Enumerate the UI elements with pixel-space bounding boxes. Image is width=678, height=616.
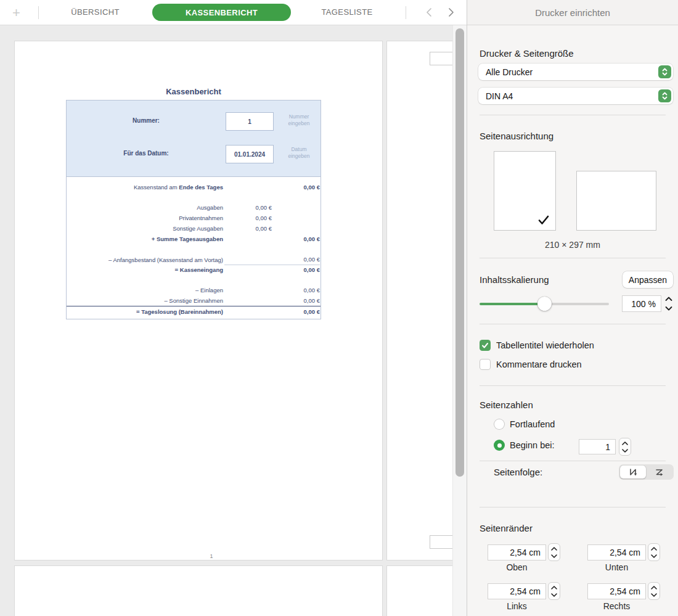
page-order-horizontal-icon	[655, 467, 664, 477]
checkbox[interactable]	[480, 359, 491, 370]
kassenbericht-document: Kassenbericht Nummer: 1 Nummereingeben F…	[66, 87, 331, 319]
table-spacer-row	[67, 192, 321, 202]
tab-kassenbericht[interactable]: KASSENBERICHT	[152, 4, 291, 21]
checkmark-icon	[537, 214, 550, 226]
row-mid-value: 0,00 €	[224, 215, 272, 221]
printer-dropdown[interactable]: Alle Drucker	[478, 64, 673, 80]
table-row: – Einlagen0,00 €	[67, 285, 321, 295]
section-divider	[480, 507, 666, 507]
margin-bottom-label: Unten	[587, 562, 646, 572]
printer-size-section-label: Drucker & Seitengröße	[480, 48, 574, 59]
datum-input: 01.01.2024	[226, 145, 274, 163]
continuous-numbering-option[interactable]: Fortlaufend	[494, 419, 555, 430]
vertical-scrollbar-track[interactable]	[452, 25, 467, 616]
paper-size-dropdown[interactable]: DIN A4	[478, 88, 673, 104]
row-mid-value: 0,00 €	[224, 225, 272, 232]
page-order-vertical-button[interactable]	[620, 466, 646, 478]
tab-uebersicht[interactable]: ÜBERSICHT	[60, 7, 131, 17]
scaling-percent-field[interactable]: 100 %	[622, 295, 661, 312]
tab-divider	[406, 6, 406, 19]
table-spacer-row	[67, 275, 321, 285]
row-label: – Sonstige Einnahmen	[67, 297, 224, 304]
orientation-landscape-option[interactable]	[576, 171, 656, 231]
row-right-value: 0,00 €	[272, 266, 320, 273]
fit-button[interactable]: Anpassen	[623, 271, 673, 288]
repeat-table-titles-option[interactable]: Tabellentitel wiederholen	[480, 340, 594, 351]
page-order-label: Seitenfolge:	[494, 467, 542, 477]
margin-right-field[interactable]: 2,54 cm	[587, 583, 646, 599]
print-comments-option[interactable]: Kommentare drucken	[480, 359, 582, 370]
section-divider	[480, 324, 666, 324]
scaling-stepper[interactable]	[664, 295, 674, 313]
field-hint: Datumeingeben	[277, 146, 321, 160]
scaling-slider-thumb[interactable]	[537, 297, 552, 311]
row-mid-value	[224, 254, 272, 265]
margin-left-field[interactable]: 2,54 cm	[488, 583, 546, 599]
scaling-slider[interactable]	[480, 303, 609, 305]
print-preview-canvas: Kassenbericht Nummer: 1 Nummereingeben F…	[0, 25, 467, 616]
row-label: Privatentnahmen	[67, 215, 224, 221]
row-right-value: 0,00 €	[272, 297, 320, 304]
margin-right-stepper[interactable]	[648, 582, 660, 600]
row-label: Ausgaben	[67, 204, 224, 211]
section-divider	[480, 258, 666, 258]
radio-label: Beginn bei:	[510, 440, 555, 450]
document-title: Kassenbericht	[66, 87, 321, 96]
row-mid-value: 0,00 €	[224, 204, 272, 211]
margin-top-field[interactable]: 2,54 cm	[488, 544, 546, 561]
sheet-tab-bar: + ÜBERSICHT KASSENBERICHT TAGESLISTE	[0, 0, 467, 25]
panel-title: Drucker einrichten	[467, 0, 678, 25]
margin-left-stepper[interactable]	[548, 582, 560, 600]
table-row: – Anfangsbestand (Kassenstand am Vortag)…	[67, 254, 321, 265]
start-at-option[interactable]: Beginn bei:	[494, 440, 555, 451]
row-label: – Einlagen	[67, 287, 224, 294]
margin-left-label: Links	[488, 601, 546, 611]
margin-bottom-stepper[interactable]	[648, 543, 660, 561]
row-label: + Summe Tagesausgaben	[67, 236, 224, 242]
section-divider	[480, 115, 666, 115]
row-right-value: 0,00 €	[272, 287, 320, 294]
checkbox[interactable]	[480, 340, 491, 351]
page-order-horizontal-button[interactable]	[647, 466, 672, 478]
table-row: – Sonstige Einnahmen0,00 €	[67, 295, 321, 306]
margin-top-stepper[interactable]	[548, 543, 560, 561]
row-label: – Anfangsbestand (Kassenstand am Vortag)	[67, 257, 224, 263]
table-row: = Kasseneingang0,00 €	[67, 265, 321, 275]
chevron-right-icon[interactable]	[445, 7, 456, 18]
radio-button[interactable]	[494, 419, 505, 430]
orientation-portrait-option[interactable]	[494, 151, 556, 231]
chevron-left-icon[interactable]	[424, 7, 435, 18]
table-row: Privatentnahmen0,00 €	[67, 213, 321, 223]
table-header-block: Nummer: 1 Nummereingeben Für das Datum: …	[67, 101, 321, 177]
page-numbers-section-label: Seitenzahlen	[480, 400, 533, 410]
page-margins-section-label: Seitenränder	[480, 523, 533, 533]
checkmark-icon	[481, 342, 489, 349]
row-right-value: 0,00 €	[272, 184, 320, 191]
header-field-row: Für das Datum: 01.01.2024 Datumeingeben	[67, 141, 321, 168]
checkbox-label: Kommentare drucken	[496, 359, 582, 369]
preview-page-3	[15, 566, 382, 616]
margin-right-label: Rechts	[587, 601, 646, 611]
start-page-stepper[interactable]	[619, 438, 631, 456]
row-label: = Tageslosung (Bareinnahmen)	[67, 308, 224, 315]
vertical-scrollbar-thumb[interactable]	[455, 28, 464, 477]
margin-bottom-field[interactable]: 2,54 cm	[587, 544, 646, 561]
field-hint: Nummereingeben	[277, 113, 321, 127]
dropdown-arrows-icon	[658, 89, 671, 102]
row-right-value: 0,00 €	[272, 236, 320, 242]
radio-button[interactable]	[494, 440, 505, 451]
preview-page-1: Kassenbericht Nummer: 1 Nummereingeben F…	[15, 41, 382, 560]
dropdown-arrows-icon	[658, 65, 671, 78]
field-label: Nummer:	[67, 117, 226, 124]
print-setup-panel: Drucker einrichten Drucker & Seitengröße…	[467, 0, 678, 616]
tab-tagesliste[interactable]: TAGESLISTE	[313, 7, 381, 17]
row-label: = Kasseneingang	[67, 266, 224, 273]
kassenbericht-table: Nummer: 1 Nummereingeben Für das Datum: …	[66, 100, 321, 319]
add-sheet-button[interactable]: +	[12, 5, 20, 21]
table-row: Sonstige Ausgaben0,00 €	[67, 223, 321, 234]
orientation-section-label: Seitenausrichtung	[480, 131, 553, 141]
table-spacer-row	[67, 244, 321, 254]
numbers-print-setup-window: + ÜBERSICHT KASSENBERICHT TAGESLISTE Kas…	[0, 0, 678, 616]
page-order-segmented-control	[619, 464, 674, 480]
start-page-field[interactable]: 1	[579, 439, 616, 454]
